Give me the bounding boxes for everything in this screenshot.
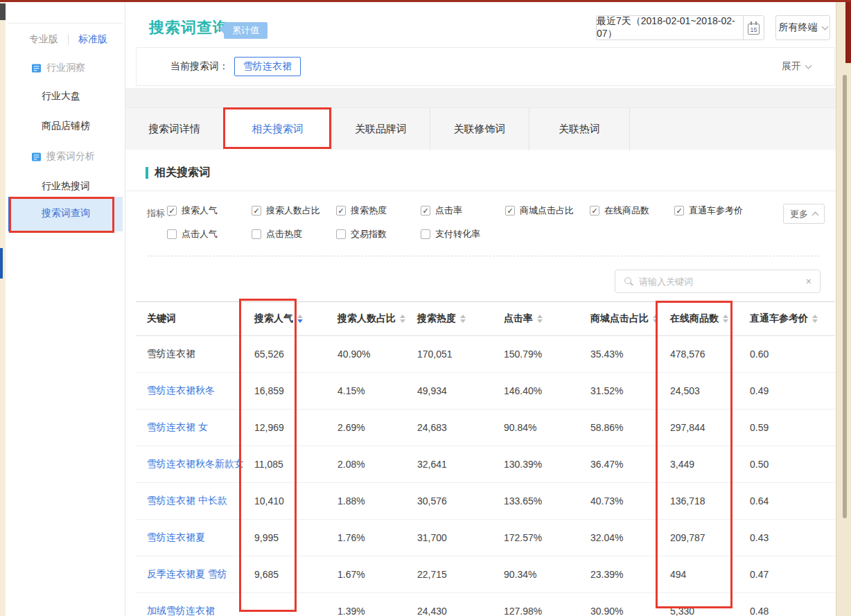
tab-search-word-detail[interactable]: 搜索词详情 <box>125 108 224 150</box>
metric-checkbox-item[interactable]: 点击热度 <box>252 228 336 240</box>
scrollbar-thumb[interactable] <box>843 75 847 518</box>
date-range-label: 最近7天（2018-02-01~2018-02-07） <box>597 15 743 40</box>
window-left-edge <box>0 2 6 616</box>
cell: 40.90% <box>326 349 406 360</box>
sidebar-version-tabs: 专业版 标准版 <box>29 33 107 46</box>
sort-icon[interactable] <box>653 315 658 323</box>
column-header-searcher-share[interactable]: 搜索人数占比 <box>326 313 406 325</box>
metric-checkbox-item[interactable]: 交易指数 <box>336 228 421 240</box>
cell: 90.34% <box>493 569 579 580</box>
clear-icon[interactable]: × <box>806 276 811 287</box>
cell: 0.64 <box>739 495 835 507</box>
metric-label: 搜索人数占比 <box>266 204 320 217</box>
cell: 297,844 <box>659 422 739 433</box>
cell: 32.04% <box>579 532 659 543</box>
column-header-keyword: 关键词 <box>136 313 243 325</box>
table-row: 雪纺连衣裙秋冬 16,859 4.15% 49,934 146.40% 31.5… <box>136 373 835 410</box>
tab-related-modifier-words[interactable]: 关联修饰词 <box>430 108 529 150</box>
metric-checkbox-item[interactable]: 支付转化率 <box>421 228 505 240</box>
chevron-up-icon <box>812 212 819 219</box>
cell: 40.73% <box>579 495 659 507</box>
sort-icon[interactable] <box>400 315 405 323</box>
keyword-search-input[interactable] <box>639 276 800 287</box>
metric-label: 点击率 <box>435 204 462 217</box>
metric-checkbox-item[interactable]: 商城点击占比 <box>505 204 590 217</box>
sort-icon[interactable] <box>460 315 466 323</box>
version-tab-standard[interactable]: 标准版 <box>78 33 107 46</box>
checkbox-checked-icon[interactable] <box>505 206 515 215</box>
checkbox-checked-icon[interactable] <box>336 206 346 215</box>
cell: 0.59 <box>739 422 835 433</box>
date-range-selector[interactable]: 最近7天（2018-02-01~2018-02-07） <box>596 15 744 40</box>
column-header-click-rate[interactable]: 点击率 <box>493 313 579 325</box>
checkbox-checked-icon[interactable] <box>674 206 684 215</box>
metric-label: 交易指数 <box>351 228 387 240</box>
metric-checkbox-item[interactable]: 点击人气 <box>167 228 252 240</box>
cell: 2.69% <box>326 422 406 433</box>
expand-toggle[interactable]: 展开 <box>782 60 811 73</box>
more-button[interactable]: 更多 <box>783 204 825 224</box>
keyword-link[interactable]: 加绒雪纺连衣裙 <box>136 605 243 616</box>
metric-checkbox-item[interactable]: 直通车参考价 <box>674 204 759 217</box>
expand-label: 展开 <box>782 60 801 71</box>
tab-bar: 搜索词详情 相关搜索词 关联品牌词 关联修饰词 关联热词 <box>125 107 836 150</box>
section-accent-bar <box>146 167 148 179</box>
tab-related-hot-words[interactable]: 关联热词 <box>529 108 630 150</box>
cell: 0.60 <box>739 349 835 360</box>
tab-related-search-words[interactable]: 相关搜索词 <box>224 108 332 150</box>
cell: 24,683 <box>406 422 493 433</box>
tab-related-brand-words[interactable]: 关联品牌词 <box>332 108 430 150</box>
metric-checkbox-item[interactable]: 搜索人气 <box>167 204 252 217</box>
keyword-link[interactable]: 雪纺连衣裙 女 <box>136 421 243 434</box>
chevron-down-icon <box>805 62 812 69</box>
sidebar-item-product-shop-rank[interactable]: 商品店铺榜 <box>42 120 90 132</box>
checkbox-checked-icon[interactable] <box>167 206 177 215</box>
checkbox-unchecked-icon[interactable] <box>252 229 261 239</box>
cell: 478,576 <box>659 349 739 360</box>
metric-checkbox-item[interactable]: 点击率 <box>421 204 505 217</box>
checkbox-checked-icon[interactable] <box>252 206 261 215</box>
checkbox-unchecked-icon[interactable] <box>421 229 430 239</box>
table-row: 雪纺连衣裙 中长款 10,410 1.88% 30,576 133.65% 40… <box>136 483 835 520</box>
checkbox-checked-icon[interactable] <box>590 206 599 215</box>
column-header-search-heat[interactable]: 搜索热度 <box>406 313 493 325</box>
column-header-online-products[interactable]: 在线商品数 <box>659 313 739 325</box>
more-label: 更多 <box>790 208 808 220</box>
table-header-row: 关键词 搜索人气 搜索人数占比 搜索热度 点击率 商城点击占比 在线商品数 直通… <box>136 301 835 336</box>
sidebar-item-search-word-query[interactable]: 搜索词查询 <box>8 197 123 231</box>
sidebar-group-search-analysis[interactable]: 搜索词分析 <box>31 150 95 163</box>
keyword-link[interactable]: 雪纺连衣裙 中长款 <box>136 495 243 507</box>
keyword-link[interactable]: 雪纺连衣裙秋冬 <box>136 385 243 397</box>
checkbox-checked-icon[interactable] <box>421 206 430 215</box>
metric-checkbox-item[interactable]: 在线商品数 <box>590 204 674 217</box>
metric-label: 点击热度 <box>266 228 302 240</box>
current-keyword-tag[interactable]: 雪纺连衣裙 <box>234 57 301 76</box>
cell: 22,715 <box>406 569 493 580</box>
calendar-button[interactable]: 15 <box>743 15 764 40</box>
terminal-dropdown[interactable]: 所有终端 <box>775 15 830 40</box>
sort-icon[interactable] <box>812 315 818 323</box>
sidebar-item-hot-search-words[interactable]: 行业热搜词 <box>42 180 90 193</box>
sort-icon[interactable] <box>537 315 543 323</box>
column-header-search-popularity[interactable]: 搜索人气 <box>243 313 326 325</box>
keyword-link[interactable]: 反季连衣裙夏 雪纺 <box>136 568 243 581</box>
keyword-link[interactable]: 雪纺连衣裙夏 <box>136 531 243 544</box>
metric-label: 在线商品数 <box>604 204 649 217</box>
metric-checkbox-item[interactable]: 搜索人数占比 <box>252 204 336 217</box>
sidebar-item-industry-overview[interactable]: 行业大盘 <box>42 90 80 103</box>
window-top-edge <box>0 0 851 2</box>
section-title: 相关搜索词 <box>155 166 210 180</box>
cell: 209,787 <box>659 532 739 543</box>
sidebar-group-industry-insight[interactable]: 行业洞察 <box>31 62 85 74</box>
metric-checkbox-item[interactable]: 搜索热度 <box>336 204 421 217</box>
metrics-row-checked: 搜索人气 搜索人数占比 搜索热度 点击率 商城点击占比 在线商品数 直通车参考价 <box>167 204 759 217</box>
sort-icon[interactable] <box>723 315 728 323</box>
checkbox-unchecked-icon[interactable] <box>336 229 346 239</box>
keyword-link[interactable]: 雪纺连衣裙秋冬新款女... <box>136 458 243 470</box>
column-header-ztc-reference-price[interactable]: 直通车参考价 <box>739 313 835 325</box>
column-header-mall-click-share[interactable]: 商城点击占比 <box>579 313 659 325</box>
sort-icon[interactable] <box>297 315 303 323</box>
version-tab-pro[interactable]: 专业版 <box>29 33 58 46</box>
checkbox-unchecked-icon[interactable] <box>167 229 177 239</box>
background-gap <box>125 88 836 107</box>
